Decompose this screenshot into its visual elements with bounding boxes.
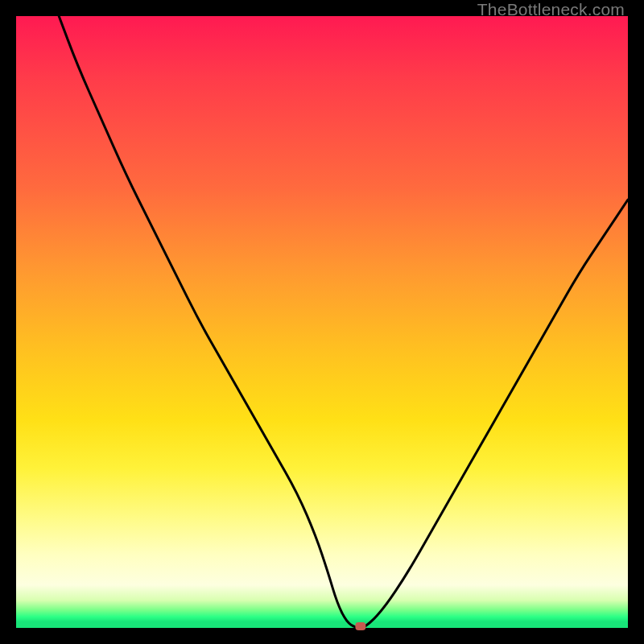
watermark-text: TheBottleneck.com: [477, 0, 625, 19]
minimum-marker: [355, 622, 365, 630]
curve-path: [59, 16, 628, 628]
bottleneck-curve: [16, 16, 628, 628]
chart-frame: TheBottleneck.com: [0, 0, 644, 644]
plot-area: [16, 16, 628, 628]
